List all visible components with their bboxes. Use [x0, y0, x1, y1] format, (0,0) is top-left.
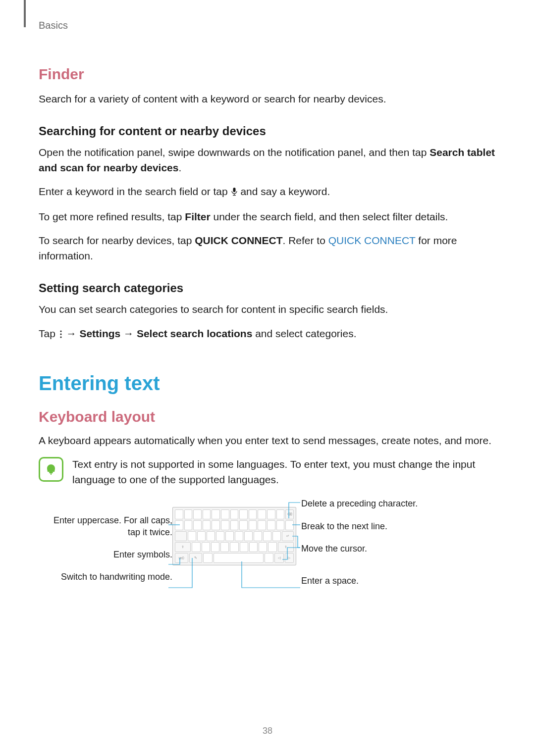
bold-text: Filter	[185, 211, 210, 222]
cursor-left-key: ◁	[274, 553, 283, 563]
categories-p2: Tap → Settings → Select search locations…	[39, 326, 496, 343]
finder-p2: Enter a keyword in the search field or t…	[39, 184, 496, 200]
callout-break: Break to the next line.	[301, 521, 480, 532]
callout-uppercase: Enter uppercase. For all caps, tap it tw…	[39, 515, 172, 538]
symbols-key: !#©	[175, 553, 188, 563]
note-icon	[39, 457, 63, 482]
svg-point-5	[60, 336, 61, 338]
space-key	[214, 553, 264, 563]
finder-intro: Search for a variety of content with a k…	[39, 92, 496, 106]
callout-symbols: Enter symbols.	[39, 549, 172, 560]
callout-cursor: Move the cursor.	[301, 543, 480, 554]
shift-key: ⇧	[175, 542, 191, 552]
caps-key	[175, 531, 187, 541]
text: Open the notification panel, swipe downw…	[39, 147, 429, 158]
bold-text: QUICK CONNECT	[195, 235, 282, 246]
shift-key-right: ⇧	[278, 542, 294, 552]
finder-p3: To get more refined results, tap Filter …	[39, 209, 496, 224]
text: To get more refined results, tap	[39, 211, 185, 222]
text: →	[120, 328, 137, 339]
callout-delete: Delete a preceding character.	[301, 498, 480, 509]
callout-handwriting: Switch to handwriting mode.	[39, 571, 172, 583]
svg-rect-6	[49, 472, 53, 473]
link-quick-connect[interactable]: QUICK CONNECT	[328, 235, 416, 246]
subheading-categories: Setting search categories	[39, 281, 496, 295]
note-block: Text entry is not supported in some lang…	[39, 457, 496, 487]
svg-rect-0	[233, 188, 235, 192]
enter-key: ↵	[282, 531, 294, 541]
heading-entering-text: Entering text	[39, 372, 496, 395]
microphone-icon	[231, 185, 238, 200]
keyboard-diagram: Enter uppercase. For all caps, tap it tw…	[39, 501, 496, 630]
categories-p1: You can set search categories to search …	[39, 302, 496, 317]
text: Tap	[39, 328, 58, 339]
heading-finder: Finder	[39, 66, 496, 83]
keyboard-layout-p1: A keyboard appears automatically when yo…	[39, 433, 496, 448]
text: and select categories.	[252, 328, 356, 339]
svg-point-4	[60, 333, 61, 335]
text: Enter a keyword in the search field or t…	[39, 186, 231, 197]
handwriting-key: ✎	[189, 553, 203, 563]
text: under the search field, and then select …	[211, 211, 448, 222]
keyboard-graphic: ⌫ ↵ ⇧⇧ !#©✎◁▷	[172, 507, 296, 565]
subheading-searching: Searching for content or nearby devices	[39, 124, 496, 138]
text: . Refer to	[283, 235, 328, 246]
bold-text: Settings	[79, 328, 120, 339]
heading-keyboard-layout: Keyboard layout	[39, 408, 496, 425]
more-options-icon	[59, 328, 62, 343]
text: →	[66, 328, 80, 339]
text: To search for nearby devices, tap	[39, 235, 195, 246]
bold-text: Select search locations	[137, 328, 252, 339]
page-number: 38	[0, 726, 535, 736]
cursor-right-key: ▷	[285, 553, 294, 563]
svg-point-3	[60, 330, 61, 332]
note-text: Text entry is not supported in some lang…	[72, 457, 496, 487]
running-header: Basics	[39, 20, 496, 31]
text: and say a keyword.	[240, 186, 330, 197]
callout-space: Enter a space.	[301, 575, 480, 587]
backspace-key: ⌫	[285, 509, 294, 519]
text: .	[178, 162, 181, 173]
finder-p4: To search for nearby devices, tap QUICK …	[39, 233, 496, 263]
finder-p1: Open the notification panel, swipe downw…	[39, 145, 496, 175]
